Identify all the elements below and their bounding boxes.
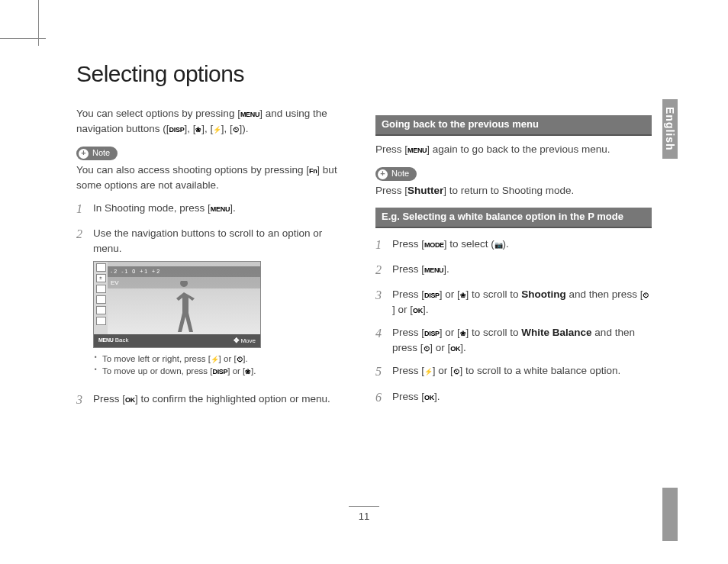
disp-icon: DISP [169, 125, 185, 135]
rstep-1: 1 Press [MODE] to select (📷). [375, 236, 652, 253]
rstep-2: 2 Press [MENU]. [375, 261, 652, 279]
ss-icon [96, 317, 106, 325]
right-column: Going back to the previous menu Press [M… [375, 106, 652, 416]
timer-icon: ⏲ [643, 291, 649, 301]
timer-icon: ⏲ [424, 344, 430, 354]
ev-scale: -2 -1 0 +1 +2 [108, 266, 260, 277]
note-pill: + Note [76, 147, 118, 160]
step-number: 4 [375, 324, 392, 355]
step-number: 2 [76, 225, 93, 382]
crop-mark-v [38, 0, 39, 46]
camera-screenshot: ± -2 -1 0 +1 +2 EV [93, 261, 261, 348]
steps-left: 1 In Shooting mode, press [MENU]. 2 Use … [76, 200, 353, 408]
menu-icon: MENU [407, 146, 427, 156]
left-column: You can select options by pressing [MENU… [76, 106, 353, 416]
crop-mark-h [0, 38, 46, 39]
macro-icon: ❀ [460, 329, 466, 339]
shutter-label: Shutter [407, 185, 443, 196]
ss-icon [96, 295, 106, 304]
timer-icon: ⏲ [233, 125, 240, 135]
page-number-rule [349, 506, 379, 507]
section-heading-example: E.g. Selecting a white balance option in… [375, 208, 652, 228]
screenshot-sidebar: ± [94, 262, 108, 334]
macro-icon: ❀ [245, 367, 251, 377]
ok-icon: OK [413, 306, 423, 316]
rstep-4: 4 Press [DISP] or [❀] to scroll to White… [375, 324, 652, 355]
screenshot-footer: MENU Back ✥ Move [94, 334, 260, 347]
person-silhouette-icon [169, 281, 199, 334]
screenshot-main: -2 -1 0 +1 +2 EV [108, 262, 260, 334]
step-1: 1 In Shooting mode, press [MENU]. [76, 200, 353, 218]
note-label: Note [92, 147, 110, 160]
step-2: 2 Use the navigation buttons to scroll t… [76, 225, 353, 382]
fn-icon: Fn [309, 166, 317, 176]
camera-icon: 📷 [494, 240, 503, 250]
page-number: 11 [359, 511, 369, 522]
note-pill: + Note [375, 167, 417, 181]
flash-icon: ⚡ [213, 125, 221, 135]
back-text: Press [MENU] again to go back to the pre… [375, 142, 652, 157]
mode-icon: MODE [424, 240, 444, 250]
step-number: 5 [375, 363, 392, 380]
step-3: 3 Press [OK] to confirm the highlighted … [76, 391, 353, 408]
ok-icon: OK [424, 393, 434, 403]
disp-icon: DISP [424, 329, 440, 339]
content-columns: You can select options by pressing [MENU… [76, 106, 652, 416]
page-title: Selecting options [76, 61, 652, 87]
manual-page: English Selecting options You can select… [0, 0, 728, 564]
plus-icon: + [378, 169, 388, 179]
step-number: 1 [375, 236, 392, 253]
disp-icon: DISP [212, 367, 227, 377]
flash-icon: ⚡ [424, 367, 433, 377]
macro-icon: ❀ [460, 291, 466, 301]
step-number: 1 [76, 200, 93, 218]
bullet-ud: To move up or down, press [DISP] or [❀]. [95, 365, 353, 377]
step-number: 3 [76, 391, 93, 408]
ss-icon [96, 306, 106, 314]
step-number: 6 [375, 388, 392, 406]
note-label: Note [391, 168, 409, 180]
ss-icon [96, 263, 106, 272]
menu-icon: MENU [240, 110, 259, 120]
plus-icon: + [79, 149, 89, 159]
ss-icon [96, 285, 106, 293]
rstep-3: 3 Press [DISP] or [❀] to scroll to Shoot… [375, 286, 652, 317]
ok-icon: OK [125, 395, 135, 405]
sub-bullets: To move left or right, press [⚡] or [⏲].… [93, 353, 353, 377]
menu-icon: MENU [211, 205, 230, 214]
shutter-note: Press [Shutter] to return to Shooting mo… [375, 183, 652, 198]
note-text: You can also access shooting options by … [76, 163, 353, 192]
step-number: 3 [375, 286, 392, 317]
macro-icon: ❀ [195, 125, 201, 135]
steps-right: 1 Press [MODE] to select (📷). 2 Press [M… [375, 236, 652, 406]
intro-text: You can select options by pressing [MENU… [76, 106, 353, 136]
step-number: 2 [375, 261, 392, 279]
section-heading-back: Going back to the previous menu [375, 115, 652, 136]
bottom-tab [662, 488, 678, 541]
rstep-6: 6 Press [OK]. [375, 388, 652, 406]
disp-icon: DISP [424, 291, 440, 301]
language-tab: English [662, 99, 678, 159]
bullet-lr: To move left or right, press [⚡] or [⏲]. [95, 353, 353, 365]
rstep-5: 5 Press [⚡] or [⏲] to scroll to a white … [375, 363, 652, 380]
timer-icon: ⏲ [237, 355, 243, 365]
ss-icon: ± [96, 274, 106, 282]
flash-icon: ⚡ [211, 355, 219, 365]
menu-icon: MENU [424, 266, 443, 276]
ok-icon: OK [450, 344, 460, 354]
